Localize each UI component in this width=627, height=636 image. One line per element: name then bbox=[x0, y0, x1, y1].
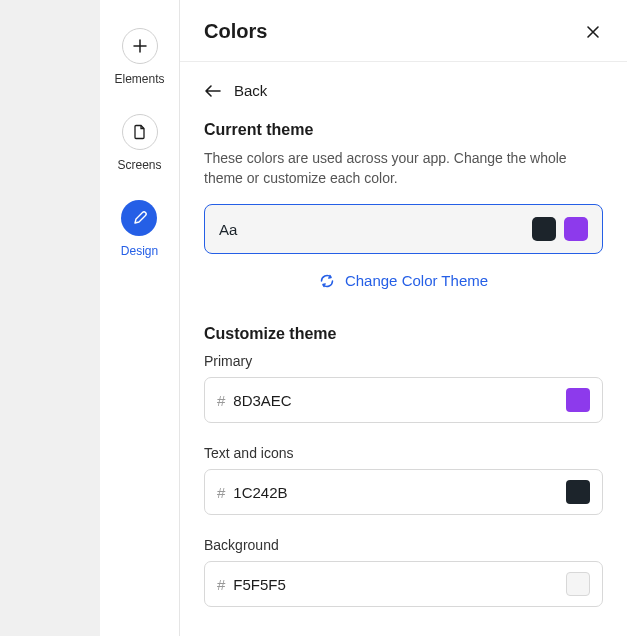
sidebar-item-design[interactable]: Design bbox=[121, 200, 158, 258]
color-swatch-background[interactable] bbox=[566, 572, 590, 596]
color-input-primary[interactable]: # bbox=[204, 377, 603, 423]
change-theme-button[interactable]: Change Color Theme bbox=[204, 272, 603, 289]
swatch-text bbox=[532, 217, 556, 241]
panel: Colors Back Current theme These colors a… bbox=[180, 0, 627, 636]
field-label-primary: Primary bbox=[204, 353, 603, 369]
hash-symbol: # bbox=[217, 392, 225, 409]
swatch-primary bbox=[564, 217, 588, 241]
close-button[interactable] bbox=[583, 22, 603, 42]
sidebar-item-label: Screens bbox=[117, 158, 161, 172]
close-icon bbox=[585, 24, 601, 40]
theme-preview-text: Aa bbox=[219, 221, 237, 238]
current-theme-description: These colors are used across your app. C… bbox=[204, 149, 603, 188]
field-label-text: Text and icons bbox=[204, 445, 603, 461]
sidebar-item-label: Elements bbox=[114, 72, 164, 86]
plus-icon bbox=[122, 28, 158, 64]
color-input-text[interactable]: # bbox=[204, 469, 603, 515]
theme-swatches bbox=[532, 217, 588, 241]
color-value-primary[interactable] bbox=[233, 392, 566, 409]
sidebar-item-elements[interactable]: Elements bbox=[114, 28, 164, 86]
left-gutter bbox=[0, 0, 100, 636]
hash-symbol: # bbox=[217, 576, 225, 593]
change-theme-label: Change Color Theme bbox=[345, 272, 488, 289]
sidebar-item-label: Design bbox=[121, 244, 158, 258]
back-label: Back bbox=[234, 82, 267, 99]
panel-header: Colors bbox=[180, 0, 627, 62]
refresh-icon bbox=[319, 273, 335, 289]
hash-symbol: # bbox=[217, 484, 225, 501]
sidebar: Elements Screens Design bbox=[100, 0, 180, 636]
arrow-left-icon bbox=[204, 84, 222, 98]
color-value-background[interactable] bbox=[233, 576, 566, 593]
customize-heading: Customize theme bbox=[204, 325, 603, 343]
sidebar-item-screens[interactable]: Screens bbox=[117, 114, 161, 172]
current-theme-heading: Current theme bbox=[204, 121, 603, 139]
back-button[interactable]: Back bbox=[204, 82, 603, 99]
panel-body: Back Current theme These colors are used… bbox=[180, 62, 627, 636]
field-label-background: Background bbox=[204, 537, 603, 553]
color-input-background[interactable]: # bbox=[204, 561, 603, 607]
color-swatch-text[interactable] bbox=[566, 480, 590, 504]
document-icon bbox=[122, 114, 158, 150]
color-value-text[interactable] bbox=[233, 484, 566, 501]
brush-icon bbox=[121, 200, 157, 236]
panel-title: Colors bbox=[204, 20, 267, 43]
theme-preview[interactable]: Aa bbox=[204, 204, 603, 254]
color-swatch-primary[interactable] bbox=[566, 388, 590, 412]
